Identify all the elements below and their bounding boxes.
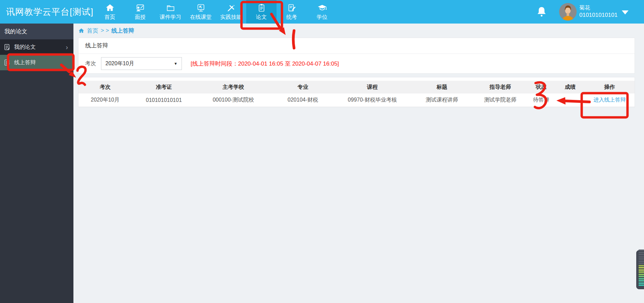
table-header-row: 考次 准考证 主考学校 专业 课程 标题 指导老师 状态 成绩 操作 bbox=[78, 81, 635, 93]
nav-item-label: 统考 bbox=[286, 14, 297, 21]
col-host-school: 主考学校 bbox=[196, 81, 271, 93]
user-name: 菊花 bbox=[579, 4, 617, 11]
page-title: 线上答辩 bbox=[78, 38, 635, 54]
main-content: 首页 > > 线上答辩 线上答辩 考次 2020年10月 ▼ [线上答辩时间段：… bbox=[73, 24, 644, 303]
nav-item-label: 首页 bbox=[104, 14, 115, 21]
degree-icon bbox=[317, 3, 327, 13]
widget-stripe bbox=[639, 252, 644, 253]
notification-bell-icon[interactable] bbox=[536, 6, 547, 17]
nav-item-unified-exam[interactable]: 统考 bbox=[277, 0, 307, 24]
defense-table-panel: 考次 准考证 主考学校 专业 课程 标题 指导老师 状态 成绩 操作 2020年… bbox=[78, 77, 635, 107]
widget-stripe bbox=[639, 276, 644, 277]
widget-stripe bbox=[639, 274, 644, 275]
widget-stripe bbox=[639, 269, 644, 271]
widget-stripe bbox=[639, 250, 644, 251]
widget-stripe bbox=[639, 258, 644, 260]
nav-item-label: 面授 bbox=[135, 14, 146, 21]
nav-item-courseware[interactable]: 课件学习 bbox=[155, 0, 186, 24]
session-filter-label: 考次 bbox=[85, 60, 96, 67]
widget-stripe bbox=[639, 267, 644, 268]
widget-stripe bbox=[639, 254, 644, 255]
document-icon bbox=[4, 44, 10, 50]
sidebar-group-title: 我的论文 bbox=[0, 24, 73, 39]
col-title: 标题 bbox=[410, 81, 474, 93]
cell-score bbox=[556, 93, 585, 107]
breadcrumb-home-link[interactable]: 首页 bbox=[87, 27, 98, 35]
cell-title: 测试课程讲师 bbox=[410, 93, 474, 107]
col-major: 专业 bbox=[271, 81, 335, 93]
nav-item-thesis[interactable]: 论文 bbox=[246, 0, 277, 24]
enter-online-defense-link[interactable]: 进入线上答辩 bbox=[593, 97, 626, 103]
widget-stripe bbox=[639, 263, 644, 264]
sidebar-item-label: 线上答辩 bbox=[14, 59, 36, 66]
chevron-right-icon: › bbox=[66, 44, 68, 50]
widget-stripe bbox=[639, 282, 644, 284]
sidebar-item-online-defense[interactable]: 线上答辩 bbox=[0, 55, 73, 70]
page-header: 讯网教学云平台[测试] 首页 面授 课件学习 在线课堂 实践技能 论文 统考 bbox=[0, 0, 644, 24]
session-select[interactable]: 2020年10月 ▼ bbox=[101, 57, 182, 70]
breadcrumb: 首页 > > 线上答辩 bbox=[73, 24, 644, 38]
nav-item-face-teaching[interactable]: 面授 bbox=[125, 0, 155, 24]
cell-course: 09970-财税毕业考核 bbox=[335, 93, 410, 107]
widget-stripe bbox=[639, 256, 644, 258]
widget-stripe bbox=[639, 261, 644, 262]
nav-item-label: 实践技能 bbox=[220, 14, 242, 21]
courseware-icon bbox=[166, 3, 175, 13]
nav-item-practical-skills[interactable]: 实践技能 bbox=[216, 0, 246, 24]
widget-stripe bbox=[639, 265, 644, 266]
document-icon bbox=[4, 59, 10, 66]
col-exam-session: 考次 bbox=[78, 81, 132, 93]
col-advisor: 指导老师 bbox=[474, 81, 527, 93]
select-caret-icon: ▼ bbox=[174, 62, 178, 66]
col-action: 操作 bbox=[584, 81, 635, 93]
scroll-widget[interactable] bbox=[636, 250, 644, 289]
exam-icon bbox=[287, 3, 297, 13]
col-score: 成绩 bbox=[556, 81, 585, 93]
nav-item-degree[interactable]: 学位 bbox=[307, 0, 337, 24]
top-nav: 首页 面授 课件学习 在线课堂 实践技能 论文 统考 学位 bbox=[95, 0, 337, 24]
defense-period-notice: [线上答辩时间段：2020-04-01 16:05 至 2020-04-07 1… bbox=[191, 60, 339, 68]
col-admission-no: 准考证 bbox=[132, 81, 196, 93]
widget-stripe bbox=[639, 285, 644, 286]
nav-item-label: 学位 bbox=[317, 14, 327, 21]
status-text: 待答辩 bbox=[527, 93, 556, 107]
nav-item-label: 课件学习 bbox=[160, 14, 181, 21]
home-icon bbox=[105, 3, 115, 13]
breadcrumb-separator: > > bbox=[101, 27, 109, 34]
cell-major: 020104-财税 bbox=[271, 93, 335, 107]
col-course: 课程 bbox=[335, 81, 410, 93]
nav-item-label: 在线课堂 bbox=[190, 14, 212, 21]
col-status: 状态 bbox=[527, 81, 556, 93]
avatar[interactable] bbox=[559, 3, 577, 21]
cell-host-school: 000100-测试院校 bbox=[196, 93, 271, 107]
user-id: 010101010101 bbox=[579, 11, 617, 19]
nav-item-online-class[interactable]: 在线课堂 bbox=[186, 0, 216, 24]
sidebar-item-label: 我的论文 bbox=[14, 44, 36, 51]
breadcrumb-current: 线上答辩 bbox=[111, 27, 134, 35]
table-row: 2020年10月 010101010101 000100-测试院校 020104… bbox=[78, 93, 635, 107]
cell-admission-no: 010101010101 bbox=[132, 93, 196, 107]
cell-advisor: 测试学院老师 bbox=[474, 93, 527, 107]
user-info[interactable]: 菊花 010101010101 bbox=[579, 4, 617, 19]
widget-stripe bbox=[639, 280, 644, 281]
lecture-icon bbox=[135, 3, 145, 13]
widget-stripe bbox=[639, 271, 644, 273]
online-class-icon bbox=[196, 3, 206, 13]
sidebar: 我的论文 我的论文 › 线上答辩 bbox=[0, 24, 73, 303]
chevron-down-icon[interactable] bbox=[622, 10, 629, 14]
skills-icon bbox=[226, 3, 236, 13]
widget-stripe bbox=[639, 278, 644, 279]
session-select-value: 2020年10月 bbox=[105, 60, 134, 67]
filter-row: 考次 2020年10月 ▼ [线上答辩时间段：2020-04-01 16:05 … bbox=[78, 54, 635, 73]
cell-action: 进入线上答辩 bbox=[584, 93, 635, 107]
defense-table: 考次 准考证 主考学校 专业 课程 标题 指导老师 状态 成绩 操作 2020年… bbox=[78, 81, 635, 107]
app-logo-title: 讯网教学云平台[测试] bbox=[6, 0, 93, 24]
home-icon[interactable] bbox=[78, 28, 85, 34]
defense-panel: 线上答辩 考次 2020年10月 ▼ [线上答辩时间段：2020-04-01 1… bbox=[78, 38, 635, 74]
thesis-icon bbox=[257, 3, 266, 13]
nav-item-label: 论文 bbox=[256, 14, 267, 21]
sidebar-item-my-thesis[interactable]: 我的论文 › bbox=[0, 39, 73, 55]
nav-item-home[interactable]: 首页 bbox=[95, 0, 125, 24]
cell-exam-session: 2020年10月 bbox=[78, 93, 132, 107]
